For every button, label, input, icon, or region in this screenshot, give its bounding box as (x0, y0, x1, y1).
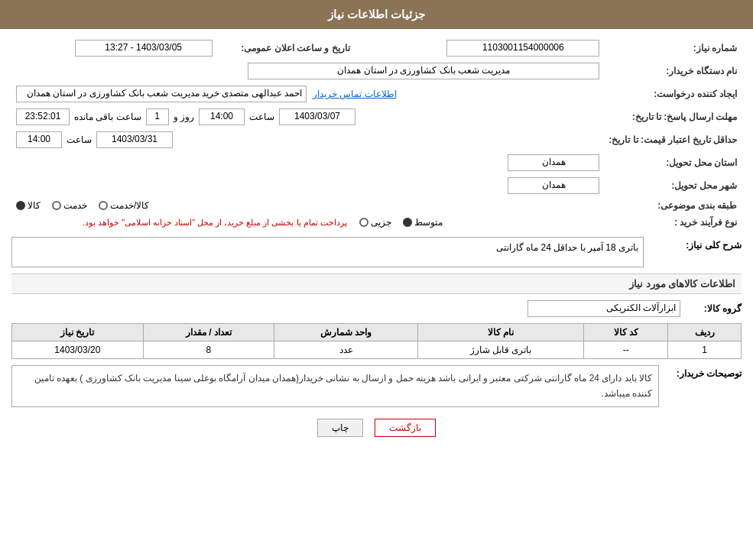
farayand-label: نوع فرآیند خرید : (604, 214, 742, 231)
ijad-label: ایجاد کننده درخواست: (604, 83, 742, 105)
col-tedad: تعداد / مقدار (143, 324, 274, 342)
tarikh-aalan-label: تاریخ و ساعت اعلان عمومی: (217, 37, 355, 60)
shahr-label: شهر محل تحویل: (604, 174, 742, 197)
mohlat-roz-input: 1 (146, 108, 169, 125)
grohe-kala-label: گروه کالا: (680, 303, 742, 314)
row-ijad: ایجاد کننده درخواست: اطلاعات تماس خریدار… (11, 83, 742, 105)
row-tabaghebandi: طبقه بندی موضوعی: کالا/خدمت خدمت کالا (11, 197, 742, 214)
mohlat-saat-input: 14:00 (199, 108, 245, 125)
mohlat-date-input: 1403/03/07 (279, 108, 355, 125)
row-shomara: شماره نیاز: 1103001154000006 تاریخ و ساع… (11, 37, 742, 60)
row-mohlat: مهلت ارسال پاسخ: تا تاریخ: 1403/03/07 سا… (11, 105, 742, 128)
radio-kala-label: کالا (28, 200, 41, 211)
dastgah-label: نام دستگاه خریدار: (604, 60, 742, 83)
ijad-input: احمد عبدالهی متصدی خرید مدیریت شعب بانک … (16, 86, 307, 102)
print-button[interactable]: چاپ (317, 419, 363, 437)
col-kod-kala: کد کالا (584, 324, 668, 342)
mohlat-baqi-input: 23:52:01 (16, 108, 70, 125)
col-name-kala: نام کالا (417, 324, 583, 342)
radio-mottavasset-circle[interactable] (403, 218, 412, 227)
mohlat-value: 1403/03/07 ساعت 14:00 روز و 1 ساعت باقی … (11, 105, 604, 128)
radio-jezei-label: جزیی (371, 217, 391, 228)
table-row: 1 -- باتری قابل شارژ عدد 8 1403/03/20 (12, 342, 742, 359)
row-farayand: نوع فرآیند خرید : متوسط جزیی پر (11, 214, 742, 231)
radio-khadamat-circle[interactable] (52, 201, 61, 210)
page-wrapper: جزئیات اطلاعات نیاز شماره نیاز: 11030011… (0, 0, 753, 560)
radio-mottavasset-label: متوسط (414, 217, 443, 228)
shomara-niaz-value: 1103001154000006 (378, 37, 605, 60)
button-row: بازگشت چاپ (11, 419, 742, 437)
radio-kala-khadamat-circle[interactable] (99, 201, 108, 210)
shomara-niaz-input: 1103001154000006 (446, 40, 599, 57)
tosiyeh-value: کالا باید دارای 24 ماه گارانتی شرکتی معت… (11, 365, 659, 407)
goods-table: ردیف کد کالا نام کالا واحد شمارش تعداد /… (11, 323, 742, 359)
note-text: پرداخت تمام یا بخشی از مبلغ خرید، از محل… (80, 215, 350, 230)
mohlat-roz-label: روز و (174, 112, 194, 122)
sharh-value: باتری 18 آمپر با حداقل 24 ماه گارانتی (11, 237, 644, 267)
row-shahr: شهر محل تحویل: همدان (11, 174, 742, 197)
tarikh-aalan-input: 1403/03/05 - 13:27 (75, 40, 213, 57)
cell-kod-kala: -- (584, 342, 668, 359)
sharh-section: شرح کلی نیاز: باتری 18 آمپر با حداقل 24 … (11, 237, 742, 267)
ijad-value: اطلاعات تماس خریدار احمد عبدالهی متصدی خ… (11, 83, 604, 105)
cell-tedad: 8 (143, 342, 274, 359)
main-content: شماره نیاز: 1103001154000006 تاریخ و ساع… (0, 29, 753, 452)
farayand-radios: متوسط جزیی (355, 214, 605, 231)
mohlat-label: مهلت ارسال پاسخ: تا تاریخ: (604, 105, 742, 128)
radio-kala-circle[interactable] (16, 201, 25, 210)
row-hadd: حداقل تاریخ اعتبار قیمت: تا تاریخ: 1403/… (11, 128, 742, 151)
tarikh-aalan-value: 1403/03/05 - 13:27 (11, 37, 217, 60)
back-button[interactable]: بازگشت (375, 419, 436, 437)
tosiyeh-section: توصیحات خریدار: کالا باید دارای 24 ماه گ… (11, 365, 742, 407)
tabaghebandi-radios: کالا/خدمت خدمت کالا (11, 197, 604, 214)
radio-mottavasset[interactable]: متوسط (403, 217, 443, 228)
hadd-saat-label: ساعت (67, 134, 92, 145)
sharh-label: شرح کلی نیاز: (650, 237, 742, 251)
row-ostan: استان محل تحویل: همدان (11, 151, 742, 174)
cell-name-kala: باتری قابل شارژ (417, 342, 583, 359)
goods-table-header-row: ردیف کد کالا نام کالا واحد شمارش تعداد /… (12, 324, 742, 342)
mohlat-saat-label: ساعت (249, 112, 274, 122)
grohe-kala-input: ابزارآلات الکتریکی (527, 300, 680, 317)
contact-link[interactable]: اطلاعات تماس خریدار (313, 89, 397, 99)
hadd-label: حداقل تاریخ اعتبار قیمت: تا تاریخ: (604, 128, 742, 151)
ostan-label: استان محل تحویل: (604, 151, 742, 174)
cell-vahed: عدد (274, 342, 418, 359)
col-vahed: واحد شمارش (274, 324, 418, 342)
cell-radif: 1 (668, 342, 742, 359)
col-tarikh: تاریخ نیاز (12, 324, 144, 342)
hadd-saat-input: 14:00 (16, 131, 62, 148)
grohe-kala-row: گروه کالا: ابزارآلات الکتریکی (11, 300, 742, 317)
hadd-date-input: 1403/03/31 (96, 131, 173, 148)
note-cell: پرداخت تمام یا بخشی از مبلغ خرید، از محل… (11, 214, 355, 231)
cell-tarikh: 1403/03/20 (12, 342, 144, 359)
shomara-niaz-label: شماره نیاز: (604, 37, 742, 60)
kalainfo-section-title: اطلاعات کالاهای مورد نیاز (11, 274, 742, 294)
grohe-kala-value: ابزارآلات الکتریکی (527, 300, 680, 317)
col-radif: ردیف (668, 324, 742, 342)
shahr-value: همدان (11, 174, 604, 197)
radio-kala-khadamat-label: کالا/خدمت (110, 200, 149, 211)
ostan-input: همدان (508, 154, 599, 171)
dastgah-value: مدیریت شعب بانک کشاورزی در استان همدان (11, 60, 604, 83)
ostan-value: همدان (11, 151, 604, 174)
page-title: جزئیات اطلاعات نیاز (328, 8, 425, 21)
tosiyeh-label: توصیحات خریدار: (665, 365, 742, 379)
radio-jezei-circle[interactable] (359, 218, 368, 227)
tabaghebandi-label: طبقه بندی موضوعی: (604, 197, 742, 214)
page-header: جزئیات اطلاعات نیاز (0, 0, 753, 29)
radio-khadamat-label: خدمت (63, 200, 87, 211)
radio-jezei[interactable]: جزیی (359, 217, 391, 228)
hadd-value: 1403/03/31 ساعت 14:00 (11, 128, 604, 151)
mohlat-baqi-label: ساعت باقی مانده (74, 112, 141, 122)
row-dastgah: نام دستگاه خریدار: مدیریت شعب بانک کشاور… (11, 60, 742, 83)
shahr-input: همدان (508, 177, 599, 194)
dastgah-input: مدیریت شعب بانک کشاورزی در استان همدان (248, 63, 599, 79)
radio-kala-khadamat[interactable]: کالا/خدمت (99, 200, 149, 211)
info-table: شماره نیاز: 1103001154000006 تاریخ و ساع… (11, 37, 742, 231)
radio-kala[interactable]: کالا (16, 200, 41, 211)
radio-khadamat[interactable]: خدمت (52, 200, 87, 211)
